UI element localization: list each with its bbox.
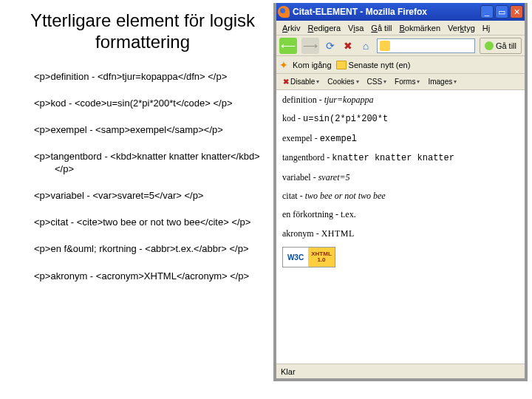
bookmark-latest-news[interactable]: Senaste nytt (en) bbox=[336, 61, 411, 69]
slide-text-pane: Ytterligare element för logisk formatter… bbox=[0, 0, 273, 399]
maximize-button[interactable]: ▭ bbox=[495, 5, 508, 18]
menu-edit[interactable]: Redigera bbox=[304, 23, 344, 33]
dev-cookies[interactable]: Cookies▾ bbox=[324, 76, 362, 87]
render-code: kod - u=sin(2*pi*200*t bbox=[282, 113, 519, 124]
back-button[interactable]: ⟵ bbox=[279, 38, 297, 54]
render-acronym: akronym - XHTML bbox=[282, 228, 519, 239]
stop-button[interactable]: ✖ bbox=[341, 39, 355, 52]
render-kbd: tangentbord - knatter knatter knatter bbox=[282, 152, 519, 163]
menu-go[interactable]: Gå till bbox=[368, 23, 395, 33]
menu-tools[interactable]: Verktyg bbox=[445, 23, 478, 33]
getting-started-icon: ✦ bbox=[279, 59, 288, 71]
titlebar[interactable]: Citat-ELEMENT - Mozilla Firefox _ ▭ ✕ bbox=[276, 3, 525, 21]
nav-toolbar: ⟵ ⟶ ⟳ ✖ ⌂ Gå till bbox=[276, 35, 525, 56]
window-title: Citat-ELEMENT - Mozilla Firefox bbox=[293, 7, 480, 17]
browser-window: Citat-ELEMENT - Mozilla Firefox _ ▭ ✕ Ar… bbox=[273, 3, 528, 381]
page-content: definition - tjur=kopappa kod - u=sin(2*… bbox=[276, 90, 525, 364]
menu-view[interactable]: Visa bbox=[345, 23, 366, 33]
go-label: Gå till bbox=[496, 41, 516, 50]
go-icon bbox=[485, 41, 494, 50]
render-cite: citat - two bee or not two bee bbox=[282, 191, 519, 201]
code-line-4: <p>tangentbord - <kbd>knatter knatter kn… bbox=[34, 151, 266, 175]
address-bar[interactable] bbox=[377, 38, 475, 53]
folder-icon bbox=[336, 61, 347, 69]
slide-title: Ytterligare element för logisk formatter… bbox=[19, 10, 266, 53]
code-line-7: <p>en f&ouml; rkortning - <abbr>t.ex.</a… bbox=[34, 243, 266, 255]
status-bar: Klar bbox=[276, 364, 525, 378]
code-line-2: <p>kod - <code>u=sin(2*pi*200*t</code> <… bbox=[34, 98, 266, 109]
render-samp: exempel - exempel bbox=[282, 133, 519, 144]
menu-help[interactable]: Hj bbox=[480, 23, 493, 33]
bookmark-getting-started[interactable]: Kom igång bbox=[293, 61, 332, 69]
code-line-3: <p>exempel - <samp>exempel</samp></p> bbox=[34, 124, 266, 136]
code-line-1: <p>definition - <dfn>tjur=kopappa</dfn> … bbox=[34, 71, 266, 83]
menu-bookmarks[interactable]: Bokmärken bbox=[396, 23, 443, 33]
dev-disable[interactable]: ✖Disable▾ bbox=[279, 76, 323, 87]
bookmarks-toolbar: ✦ Kom igång Senaste nytt (en) bbox=[276, 56, 525, 74]
close-button[interactable]: ✕ bbox=[510, 5, 523, 18]
forward-button[interactable]: ⟶ bbox=[301, 38, 319, 54]
w3c-badge-left: W3C bbox=[283, 248, 308, 267]
dev-css[interactable]: CSS▾ bbox=[364, 76, 391, 87]
webdev-toolbar: ✖Disable▾ Cookies▾ CSS▾ Forms▾ Images▾ bbox=[276, 74, 525, 90]
status-text: Klar bbox=[281, 367, 296, 376]
code-line-8: <p>akronym - <acronym>XHTML</acronym> </… bbox=[34, 270, 266, 282]
dev-forms[interactable]: Forms▾ bbox=[391, 76, 423, 87]
firefox-icon bbox=[278, 6, 290, 18]
go-button[interactable]: Gå till bbox=[480, 38, 522, 54]
w3c-valid-badge[interactable]: W3C XHTML 1.0 bbox=[282, 247, 335, 267]
menu-file[interactable]: Arkiv bbox=[279, 23, 303, 33]
home-button[interactable]: ⌂ bbox=[359, 39, 372, 52]
reload-button[interactable]: ⟳ bbox=[324, 39, 337, 52]
render-abbr: en förkortning - t.ex. bbox=[282, 209, 519, 219]
page-icon bbox=[380, 41, 390, 51]
render-var: variabel - svaret=5 bbox=[282, 172, 519, 183]
render-dfn: definition - tjur=kopappa bbox=[282, 95, 519, 105]
menubar: Arkiv Redigera Visa Gå till Bokmärken Ve… bbox=[276, 21, 525, 35]
bookmark-latest-news-label: Senaste nytt (en) bbox=[349, 61, 411, 69]
w3c-badge-right: XHTML 1.0 bbox=[308, 248, 335, 267]
code-line-6: <p>citat - <cite>two bee or not two bee<… bbox=[34, 216, 266, 228]
code-line-5: <p>variabel - <var>svaret=5</var> </p> bbox=[34, 190, 266, 202]
dev-images[interactable]: Images▾ bbox=[424, 76, 460, 87]
minimize-button[interactable]: _ bbox=[480, 5, 494, 18]
